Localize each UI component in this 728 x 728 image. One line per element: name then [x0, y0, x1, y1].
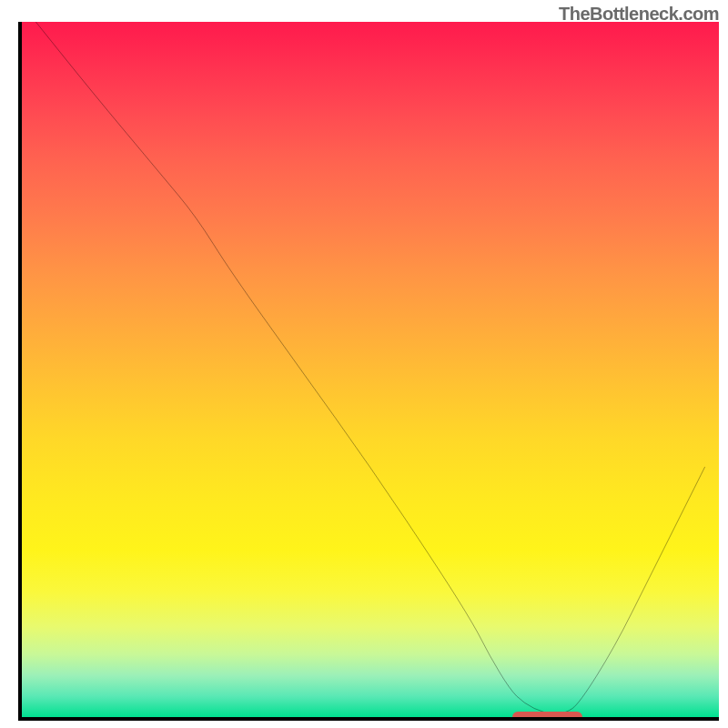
chart-background-gradient: [22, 22, 719, 717]
chart-plot-area: [18, 22, 719, 721]
minimum-marker: [512, 712, 582, 721]
